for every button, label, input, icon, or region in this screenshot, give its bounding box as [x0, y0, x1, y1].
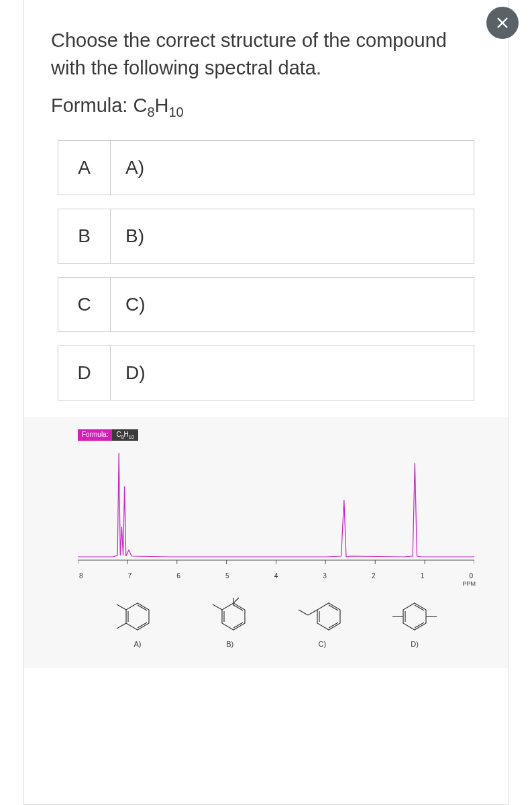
formula-badge: Formula: C8H10	[78, 429, 138, 441]
formula-text: Formula: C8H10	[51, 95, 481, 120]
svg-line-16	[117, 604, 126, 610]
svg-marker-18	[222, 603, 245, 630]
structure-label: B)	[226, 640, 233, 648]
options-list: A A) B B) C C) D D)	[51, 140, 481, 400]
tick-7: 7	[128, 572, 132, 580]
molecule-b-icon	[200, 596, 260, 633]
option-text: C)	[111, 278, 474, 331]
option-letter: A	[58, 141, 111, 195]
ppm-label: PPM	[462, 580, 476, 587]
svg-marker-25	[317, 603, 340, 630]
structure-a: A)	[107, 596, 168, 648]
option-text: D)	[111, 346, 474, 400]
close-button[interactable]	[486, 7, 519, 39]
option-c[interactable]: C C)	[58, 277, 474, 332]
svg-line-30	[299, 610, 308, 615]
structure-label: C)	[319, 640, 327, 648]
badge-label: Formula:	[78, 429, 112, 441]
tick-2: 2	[372, 572, 376, 580]
tick-5: 5	[225, 572, 229, 580]
svg-marker-12	[126, 603, 149, 630]
tick-6: 6	[176, 572, 180, 580]
tick-3: 3	[323, 572, 327, 580]
option-text: B)	[111, 209, 474, 263]
close-icon	[495, 15, 510, 30]
svg-line-24	[233, 598, 239, 603]
tick-8: 8	[79, 572, 83, 580]
nmr-plot	[78, 446, 474, 567]
nmr-spectrum-icon	[78, 446, 474, 567]
tick-4: 4	[274, 572, 278, 580]
svg-marker-31	[403, 603, 426, 630]
structure-label: D)	[411, 640, 419, 648]
svg-line-29	[308, 610, 317, 615]
option-a[interactable]: A A)	[58, 140, 474, 195]
molecule-a-icon	[107, 596, 168, 633]
structures-row: A) B)	[78, 596, 474, 648]
svg-line-22	[213, 604, 222, 610]
structure-label: A)	[134, 640, 141, 648]
structure-c: C)	[292, 596, 352, 648]
badge-value: C8H10	[112, 429, 138, 441]
option-b[interactable]: B B)	[58, 209, 474, 264]
question-container: Choose the correct structure of the comp…	[23, 0, 509, 805]
molecule-d-icon	[384, 596, 445, 633]
svg-line-17	[117, 623, 126, 629]
molecule-c-icon	[292, 596, 352, 633]
axis-labels: 8 7 6 5 4 3 2 1 0 PPM	[78, 572, 474, 580]
structure-d: D)	[384, 596, 445, 648]
option-text: A)	[111, 141, 474, 195]
option-letter: D	[58, 346, 111, 400]
structure-b: B)	[200, 596, 260, 648]
tick-0: 0	[469, 572, 473, 580]
option-d[interactable]: D D)	[58, 345, 474, 400]
option-letter: C	[58, 278, 111, 331]
question-text: Choose the correct structure of the comp…	[51, 27, 481, 81]
option-letter: B	[58, 209, 111, 263]
tick-1: 1	[421, 572, 425, 580]
spectrum-panel: Formula: C8H10	[24, 417, 508, 668]
